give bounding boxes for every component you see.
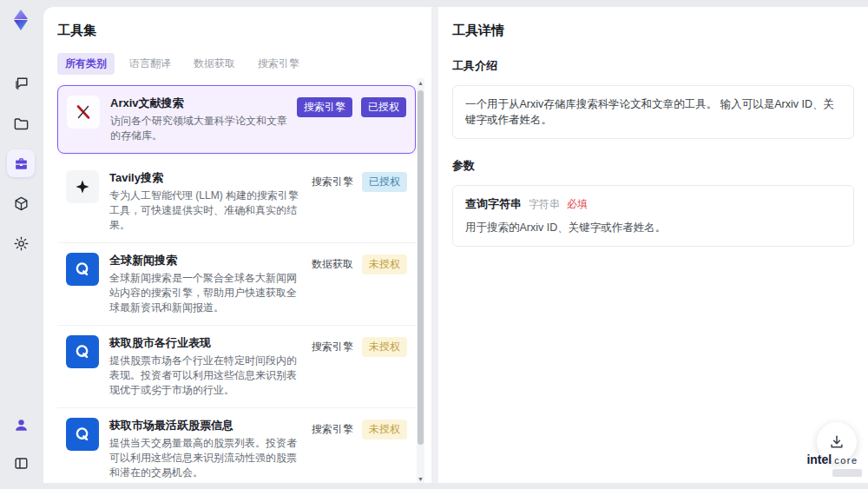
tool-name: 全球新闻搜索 bbox=[109, 253, 305, 268]
tool-category-badge: 搜索引擎 bbox=[312, 340, 353, 354]
q-logo-icon bbox=[73, 425, 92, 444]
tool-name: 获取股市各行业表现 bbox=[109, 335, 305, 350]
rail-bottom bbox=[0, 411, 42, 477]
tool-category-badge: 搜索引擎 bbox=[312, 175, 353, 189]
toolbox-icon rail-item-tools[interactable] bbox=[7, 149, 35, 177]
intro-text: 一个用于从Arxiv存储库搜索科学论文和文章的工具。 输入可以是Arxiv ID… bbox=[465, 96, 841, 128]
tool-auth-badge: 未授权 bbox=[362, 254, 407, 274]
arxiv-logo-icon bbox=[74, 102, 93, 122]
tool-auth-badge: 已授权 bbox=[361, 97, 406, 117]
q-logo-icon bbox=[73, 342, 92, 361]
tool-detail-section: 工具详情 工具介绍 一个用于从Arxiv存储库搜索科学论文和文章的工具。 输入可… bbox=[438, 7, 868, 483]
scrollbar[interactable]: ▲ ▼ bbox=[417, 78, 424, 483]
category-tabs: 所有类别 语言翻译 数据获取 搜索引擎 bbox=[57, 53, 431, 75]
intro-box: 一个用于从Arxiv存储库搜索科学论文和文章的工具。 输入可以是Arxiv ID… bbox=[452, 85, 854, 139]
tool-info: 获取股市各行业表现 提供股票市场各个行业在特定时间段内的表现。投资者可以利用这些… bbox=[109, 335, 312, 398]
tool-tags: 搜索引擎 未授权 bbox=[312, 420, 407, 439]
tool-icon bbox=[66, 335, 99, 368]
tool-info: Tavily搜索 专为人工智能代理 (LLM) 构建的搜索引擎工具，可快速提供实… bbox=[109, 170, 312, 233]
tool-category-badge: 数据获取 bbox=[312, 257, 353, 272]
scrollbar-thumb[interactable] bbox=[418, 90, 424, 445]
tool-list-item[interactable]: 全球新闻搜索 全球新闻搜索是一个聚合全球各大新闻网站内容的搜索引擎，帮助用户快速… bbox=[57, 243, 416, 326]
tool-icon bbox=[66, 170, 99, 203]
tool-tags: 搜索引擎 已授权 bbox=[312, 172, 407, 192]
param-box: 查询字符串 字符串 必填 用于搜索的Arxiv ID、关键字或作者姓名。 bbox=[452, 185, 854, 247]
intel-core-logo: intel core bbox=[803, 453, 862, 477]
tool-category-badge: 搜索引擎 bbox=[312, 422, 353, 437]
q-logo-icon bbox=[73, 260, 92, 279]
tool-auth-badge: 未授权 bbox=[362, 420, 407, 439]
param-header: 查询字符串 字符串 必填 bbox=[465, 196, 841, 212]
panel-divider bbox=[431, 7, 438, 483]
tool-tags: 搜索引擎 已授权 bbox=[297, 97, 406, 117]
tool-info: 获取市场最活跃股票信息 提供当天交易量最高的股票列表。投资者可以利用这些信息来识… bbox=[109, 418, 312, 478]
tool-name: Tavily搜索 bbox=[109, 170, 305, 185]
tool-tags: 搜索引擎 未授权 bbox=[312, 337, 407, 357]
category-tab-1[interactable]: 语言翻译 bbox=[122, 53, 179, 75]
param-required-badge: 必填 bbox=[567, 197, 588, 212]
tool-description: 全球新闻搜索是一个聚合全球各大新闻网站内容的搜索引擎，帮助用户快速获取全球最新资… bbox=[109, 271, 305, 315]
tool-tags: 数据获取 未授权 bbox=[312, 254, 407, 274]
tool-description: 提供股票市场各个行业在特定时间段内的表现。投资者可以利用这些信息来识别表现优于或… bbox=[109, 354, 305, 398]
cube-icon[interactable] bbox=[7, 189, 35, 217]
settings-gear-icon[interactable] bbox=[7, 229, 35, 257]
param-type: 字符串 bbox=[529, 197, 560, 212]
detail-title: 工具详情 bbox=[452, 23, 854, 39]
param-desc: 用于搜索的Arxiv ID、关键字或作者姓名。 bbox=[465, 220, 841, 235]
chat-icon[interactable] bbox=[7, 69, 35, 97]
app-logo gem-logo-icon[interactable] bbox=[9, 8, 33, 32]
tool-description: 专为人工智能代理 (LLM) 构建的搜索引擎工具，可快速提供实时、准确和真实的结… bbox=[109, 188, 305, 233]
category-tab-3[interactable]: 搜索引擎 bbox=[250, 53, 307, 75]
main-panel: 工具集 所有类别 语言翻译 数据获取 搜索引擎 Ar bbox=[43, 7, 868, 483]
tool-icon bbox=[67, 96, 100, 129]
intel-wordmark: intel bbox=[806, 453, 832, 466]
tool-list-item[interactable]: 获取股市各行业表现 提供股票市场各个行业在特定时间段内的表现。投资者可以利用这些… bbox=[57, 326, 416, 408]
tools-section: 工具集 所有类别 语言翻译 数据获取 搜索引擎 Ar bbox=[43, 7, 431, 483]
intro-heading: 工具介绍 bbox=[452, 58, 854, 74]
tool-icon bbox=[66, 253, 99, 286]
params-heading: 参数 bbox=[452, 158, 854, 174]
tool-list-item[interactable]: Arxiv文献搜索 访问各个研究领域大量科学论文和文章的存储库。 搜索引擎 已授… bbox=[57, 85, 416, 154]
tool-icon bbox=[66, 418, 99, 451]
app-rail bbox=[0, 0, 42, 489]
page-title: 工具集 bbox=[57, 23, 431, 39]
tool-list-item[interactable]: 获取市场最活跃股票信息 提供当天交易量最高的股票列表。投资者可以利用这些信息来识… bbox=[57, 408, 416, 478]
scroll-up-icon[interactable]: ▲ bbox=[417, 78, 424, 87]
panel-toggle-icon[interactable] bbox=[7, 449, 35, 477]
tool-description: 提供当天交易量最高的股票列表。投资者可以利用这些信息来识别流动性强的股票和潜在的… bbox=[109, 436, 305, 478]
scroll-down-icon[interactable]: ▼ bbox=[417, 474, 424, 483]
tool-list: Arxiv文献搜索 访问各个研究领域大量科学论文和文章的存储库。 搜索引擎 已授… bbox=[57, 85, 431, 478]
star-icon bbox=[74, 178, 91, 195]
rail-nav bbox=[0, 69, 42, 257]
tool-auth-badge: 已授权 bbox=[362, 172, 407, 192]
core-wordmark: core bbox=[834, 455, 858, 466]
category-tab-2[interactable]: 数据获取 bbox=[186, 53, 243, 75]
tool-info: Arxiv文献搜索 访问各个研究领域大量科学论文和文章的存储库。 bbox=[110, 96, 297, 143]
param-name: 查询字符串 bbox=[465, 196, 522, 212]
tool-list-item[interactable]: Tavily搜索 专为人工智能代理 (LLM) 构建的搜索引擎工具，可快速提供实… bbox=[57, 161, 416, 243]
tool-auth-badge: 未授权 bbox=[362, 337, 407, 357]
intel-sub-badge bbox=[832, 469, 862, 477]
user-icon[interactable] bbox=[7, 411, 35, 439]
tool-name: Arxiv文献搜索 bbox=[110, 96, 290, 110]
tool-description: 访问各个研究领域大量科学论文和文章的存储库。 bbox=[110, 114, 290, 143]
category-tab-0[interactable]: 所有类别 bbox=[57, 53, 115, 75]
folder-icon[interactable] bbox=[7, 109, 35, 137]
tool-info: 全球新闻搜索 全球新闻搜索是一个聚合全球各大新闻网站内容的搜索引擎，帮助用户快速… bbox=[109, 253, 312, 315]
tool-category-badge: 搜索引擎 bbox=[297, 97, 352, 117]
tool-name: 获取市场最活跃股票信息 bbox=[109, 418, 305, 433]
